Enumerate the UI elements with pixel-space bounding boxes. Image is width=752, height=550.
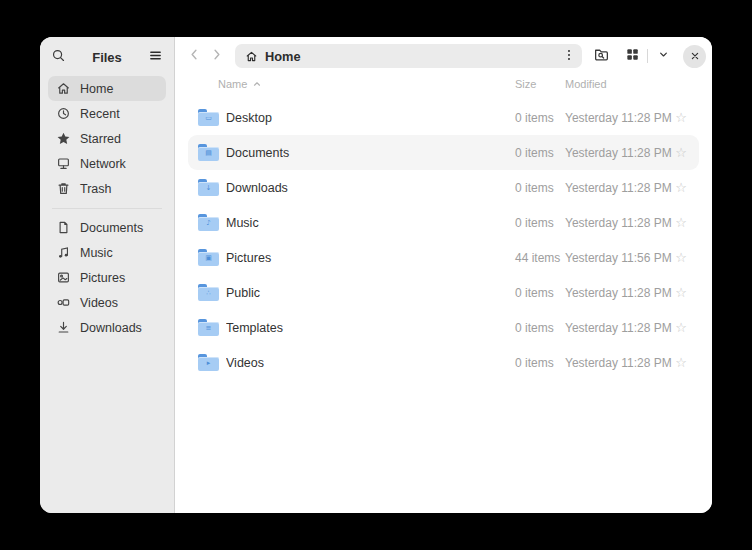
files-window: Files Home Recent Starred Network Trash …: [40, 37, 712, 513]
main-menu-button[interactable]: [146, 46, 165, 68]
file-row-pictures[interactable]: ▣ Pictures 44 items Yesterday 11:56 PM ☆: [188, 240, 699, 275]
forward-icon: [209, 47, 224, 65]
public-emblem-icon: ∴: [206, 290, 210, 297]
image-icon: [56, 270, 71, 285]
file-name: Pictures: [226, 251, 515, 265]
document-icon: [56, 220, 71, 235]
current-folder-label: Home: [265, 49, 552, 64]
star-button[interactable]: ☆: [673, 111, 689, 124]
file-row-music[interactable]: ♪ Music 0 items Yesterday 11:28 PM ☆: [188, 205, 699, 240]
star-button[interactable]: ☆: [673, 356, 689, 369]
file-name: Templates: [226, 321, 515, 335]
file-modified: Yesterday 11:28 PM: [565, 356, 673, 370]
sidebar-item-label: Documents: [80, 221, 143, 235]
file-size: 0 items: [515, 286, 565, 300]
chevron-down-icon: [657, 48, 670, 64]
file-modified: Yesterday 11:28 PM: [565, 321, 673, 335]
sidebar-item-recent[interactable]: Recent: [48, 101, 166, 126]
file-modified: Yesterday 11:28 PM: [565, 286, 673, 300]
videos-emblem-icon: ▸: [207, 360, 211, 367]
desktop-emblem-icon: ▭: [205, 115, 212, 122]
path-menu-button[interactable]: [559, 46, 579, 66]
hamburger-menu-icon: [148, 48, 163, 66]
file-modified: Yesterday 11:28 PM: [565, 216, 673, 230]
sidebar-item-home[interactable]: Home: [48, 76, 166, 101]
file-size: 0 items: [515, 181, 565, 195]
star-button[interactable]: ☆: [673, 321, 689, 334]
search-icon: [51, 48, 66, 66]
music-emblem-icon: ♪: [206, 220, 210, 227]
file-modified: Yesterday 11:28 PM: [565, 111, 673, 125]
sidebar-item-videos[interactable]: Videos: [48, 290, 166, 315]
file-row-downloads[interactable]: ↓ Downloads 0 items Yesterday 11:28 PM ☆: [188, 170, 699, 205]
view-switcher: [620, 44, 675, 68]
star-button[interactable]: ☆: [673, 286, 689, 299]
search-folder-button[interactable]: [589, 44, 613, 68]
file-modified: Yesterday 11:28 PM: [565, 146, 673, 160]
close-window-button[interactable]: [683, 45, 706, 68]
folder-icon: ≡: [198, 319, 219, 336]
clock-icon: [56, 106, 71, 121]
back-button[interactable]: [183, 44, 205, 68]
sidebar-item-label: Videos: [80, 296, 118, 310]
file-row-documents[interactable]: ▤ Documents 0 items Yesterday 11:28 PM ☆: [188, 135, 699, 170]
sidebar-item-label: Pictures: [80, 271, 125, 285]
grid-view-button[interactable]: [620, 44, 644, 68]
documents-emblem-icon: ▤: [205, 150, 212, 157]
column-header-modified[interactable]: Modified: [565, 78, 673, 90]
folder-icon: ↓: [198, 179, 219, 196]
sidebar-folders-group: Documents Music Pictures Videos Download…: [40, 215, 174, 340]
sidebar-item-starred[interactable]: Starred: [48, 126, 166, 151]
sidebar-item-label: Home: [80, 82, 113, 96]
header-bar: Home: [175, 37, 712, 71]
folder-icon: ▸: [198, 354, 219, 371]
file-list: ▭ Desktop 0 items Yesterday 11:28 PM ☆ ▤…: [175, 100, 712, 380]
column-header-size[interactable]: Size: [515, 78, 565, 90]
file-modified: Yesterday 11:56 PM: [565, 251, 673, 265]
file-row-templates[interactable]: ≡ Templates 0 items Yesterday 11:28 PM ☆: [188, 310, 699, 345]
sidebar-item-pictures[interactable]: Pictures: [48, 265, 166, 290]
templates-emblem-icon: ≡: [206, 325, 212, 332]
trash-icon: [56, 181, 71, 196]
file-row-public[interactable]: ∴ Public 0 items Yesterday 11:28 PM ☆: [188, 275, 699, 310]
file-name: Public: [226, 286, 515, 300]
star-button[interactable]: ☆: [673, 216, 689, 229]
file-row-videos[interactable]: ▸ Videos 0 items Yesterday 11:28 PM ☆: [188, 345, 699, 380]
folder-icon: ♪: [198, 214, 219, 231]
column-header-name[interactable]: Name: [198, 78, 515, 90]
sort-ascending-icon: [252, 79, 262, 89]
file-size: 0 items: [515, 216, 565, 230]
home-icon: [245, 50, 258, 63]
star-button[interactable]: ☆: [673, 181, 689, 194]
downloads-emblem-icon: ↓: [206, 185, 212, 192]
file-name: Downloads: [226, 181, 515, 195]
file-modified: Yesterday 11:28 PM: [565, 181, 673, 195]
forward-button[interactable]: [205, 44, 227, 68]
file-row-desktop[interactable]: ▭ Desktop 0 items Yesterday 11:28 PM ☆: [188, 100, 699, 135]
sidebar-item-label: Network: [80, 157, 126, 171]
sidebar: Files Home Recent Starred Network Trash …: [40, 37, 175, 513]
star-icon: [56, 131, 71, 146]
sidebar-item-trash[interactable]: Trash: [48, 176, 166, 201]
file-size: 0 items: [515, 356, 565, 370]
column-headers: Name Size Modified: [188, 74, 699, 94]
star-button[interactable]: ☆: [673, 251, 689, 264]
toolbar-divider: [647, 49, 648, 63]
view-options-button[interactable]: [651, 44, 675, 68]
folder-search-icon: [593, 46, 610, 66]
path-bar[interactable]: Home: [235, 44, 582, 68]
file-size: 0 items: [515, 111, 565, 125]
sidebar-item-downloads[interactable]: Downloads: [48, 315, 166, 340]
main-pane: Home Name: [175, 37, 712, 513]
sidebar-item-label: Recent: [80, 107, 120, 121]
folder-icon: ▭: [198, 109, 219, 126]
sidebar-item-label: Downloads: [80, 321, 142, 335]
star-button[interactable]: ☆: [673, 146, 689, 159]
sidebar-item-network[interactable]: Network: [48, 151, 166, 176]
sidebar-item-label: Music: [80, 246, 113, 260]
file-size: 44 items: [515, 251, 565, 265]
search-button[interactable]: [49, 46, 68, 68]
back-icon: [187, 47, 202, 65]
sidebar-item-documents[interactable]: Documents: [48, 215, 166, 240]
sidebar-item-music[interactable]: Music: [48, 240, 166, 265]
